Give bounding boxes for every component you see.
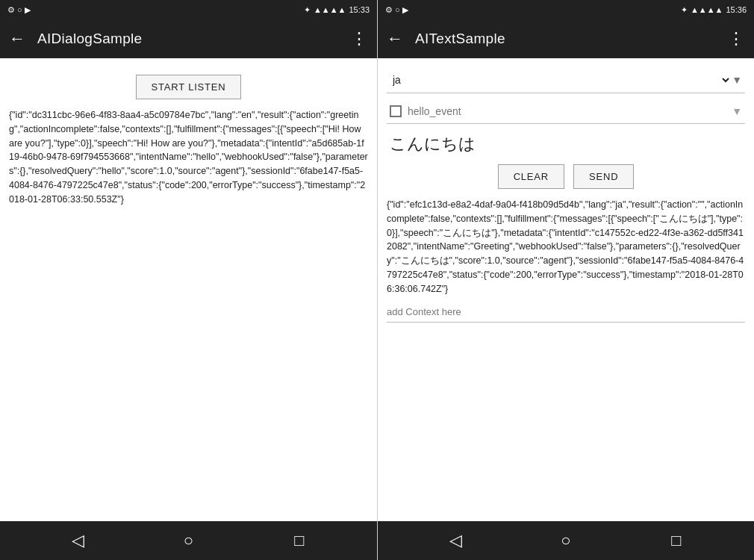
send-button[interactable]: SEND <box>573 164 634 189</box>
context-input[interactable] <box>387 302 745 323</box>
status-icons-1: ⚙ ○ ▶ <box>7 5 31 15</box>
language-select[interactable]: ja en <box>390 73 732 87</box>
app-title-2: AITextSample <box>415 31 716 47</box>
phone-1: ⚙ ○ ▶ ✦ ▲▲▲▲ 15:33 ← AIDialogSample ⋮ ST… <box>0 0 377 560</box>
nav-back-2[interactable]: ◁ <box>437 523 473 559</box>
status-right-2: ✦ ▲▲▲▲ 15:36 <box>681 5 747 15</box>
nav-back-1[interactable]: ◁ <box>60 523 96 559</box>
start-listen-row: START LISTEN <box>9 75 368 99</box>
time-2: 15:36 <box>726 5 747 14</box>
signal-icon-2: ▲▲▲▲ <box>691 5 723 14</box>
toolbar-1: ← AIDialogSample ⋮ <box>0 19 377 58</box>
status-left-2: ⚙ ○ ▶ <box>385 5 408 15</box>
json-output-1: {"id":"dc311cbc-96e6-4f83-8aa4-a5c09784e… <box>9 108 368 206</box>
time-1: 15:33 <box>349 5 370 14</box>
status-icons-2: ⚙ ○ ▶ <box>385 5 408 15</box>
status-bar-2: ⚙ ○ ▶ ✦ ▲▲▲▲ 15:36 <box>378 0 754 19</box>
bluetooth-icon-1: ✦ <box>304 5 311 15</box>
start-listen-button[interactable]: START LISTEN <box>136 75 242 99</box>
nav-recent-2[interactable]: □ <box>658 523 694 559</box>
back-button-2[interactable]: ← <box>387 29 403 49</box>
event-row: ▼ <box>387 99 745 124</box>
status-right-1: ✦ ▲▲▲▲ 15:33 <box>304 5 370 15</box>
status-bar-1: ⚙ ○ ▶ ✦ ▲▲▲▲ 15:33 <box>0 0 377 19</box>
nav-recent-1[interactable]: □ <box>281 523 317 559</box>
bottom-nav-1: ◁ ○ □ <box>0 521 377 560</box>
bottom-nav-2: ◁ ○ □ <box>378 521 754 560</box>
action-buttons-row: CLEAR SEND <box>387 164 745 189</box>
nav-home-1[interactable]: ○ <box>170 523 206 559</box>
toolbar-2: ← AITextSample ⋮ <box>378 19 754 58</box>
more-menu-2[interactable]: ⋮ <box>728 31 745 47</box>
clear-button[interactable]: CLEAR <box>498 164 564 189</box>
content-2: ja en ▼ ▼ こんにちは CLEAR SEND {"id":"efc1c1… <box>378 58 754 521</box>
language-row[interactable]: ja en ▼ <box>387 67 745 93</box>
app-title-1: AIDialogSample <box>37 31 339 47</box>
bluetooth-icon-2: ✦ <box>681 5 688 15</box>
event-input[interactable] <box>408 105 726 117</box>
query-text: こんにちは <box>390 133 742 155</box>
phone-2: ⚙ ○ ▶ ✦ ▲▲▲▲ 15:36 ← AITextSample ⋮ ja e… <box>377 0 754 560</box>
event-dropdown-arrow[interactable]: ▼ <box>732 105 742 117</box>
status-left-1: ⚙ ○ ▶ <box>7 5 31 15</box>
more-menu-1[interactable]: ⋮ <box>351 31 368 47</box>
signal-icon-1: ▲▲▲▲ <box>314 5 346 14</box>
back-button-1[interactable]: ← <box>9 29 25 49</box>
event-checkbox[interactable] <box>390 105 402 117</box>
json-output-2: {"id":"efc1c13d-e8a2-4daf-9a04-f418b09d5… <box>387 198 745 296</box>
language-dropdown-arrow: ▼ <box>732 74 742 86</box>
nav-home-2[interactable]: ○ <box>548 523 584 559</box>
content-1: START LISTEN {"id":"dc311cbc-96e6-4f83-8… <box>0 58 377 521</box>
